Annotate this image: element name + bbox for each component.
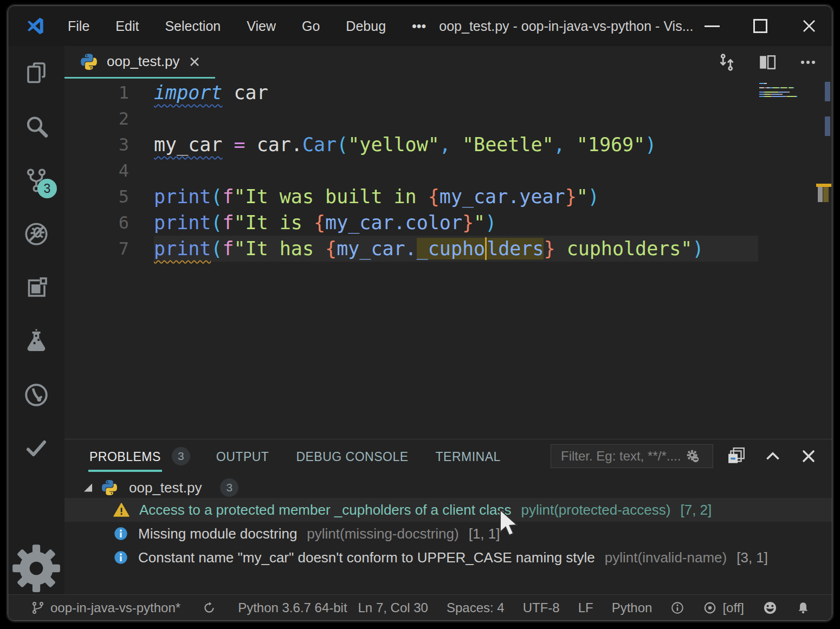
code-token <box>565 134 577 155</box>
screencast-status[interactable]: [off] <box>703 600 744 615</box>
code-token: " <box>577 186 588 207</box>
record-icon <box>703 601 717 615</box>
minimize-button[interactable] <box>705 25 720 27</box>
close-button[interactable] <box>801 18 817 34</box>
tab-close-icon[interactable] <box>188 55 201 68</box>
code-line-2[interactable] <box>154 106 758 132</box>
panel-tabs: PROBLEMS3OUTPUTDEBUG CONSOLETERMINAL <box>88 439 527 473</box>
menu-go[interactable]: Go <box>289 13 333 40</box>
menubar: FileEditSelectionViewGoDebug••• <box>55 13 439 40</box>
info-icon <box>113 550 128 565</box>
code-line-6[interactable]: print(f"It is {my_car.color}") <box>154 210 758 236</box>
notifications-bell[interactable] <box>796 601 810 615</box>
panel-tab-label: OUTPUT <box>215 441 270 472</box>
restore-panel-icon[interactable] <box>727 447 746 465</box>
source-control-icon[interactable]: 3 <box>8 153 64 207</box>
code-line-3[interactable]: my_car = car.Car("yellow", "Beetle", "19… <box>154 132 758 158</box>
info-icon <box>113 526 128 541</box>
minimap-line <box>759 96 797 98</box>
feedback-smiley[interactable] <box>763 600 778 615</box>
git-branch-icon <box>31 601 45 615</box>
git-branch-status[interactable]: oop-in-java-vs-python* <box>31 600 180 615</box>
code-content[interactable]: import carmy_car = car.Car("yellow", "Be… <box>154 79 758 439</box>
tasks-check-icon[interactable] <box>8 422 64 475</box>
extensions-icon[interactable] <box>8 261 64 314</box>
indentation-status[interactable]: Spaces: 4 <box>447 600 505 615</box>
code-editor[interactable]: 1234567 import carmy_car = car.Car("yell… <box>64 79 832 439</box>
problem-row[interactable]: Missing module docstringpylint(missing-d… <box>64 522 832 546</box>
maximize-button[interactable] <box>753 19 767 33</box>
code-token: my_car <box>154 134 222 155</box>
language-status[interactable]: Python <box>612 600 652 615</box>
debug-disabled-icon[interactable] <box>8 207 64 261</box>
code-token <box>245 134 257 155</box>
tab-oop-test-py[interactable]: oop_test.py <box>64 46 215 79</box>
problem-position: [7, 2] <box>680 502 712 518</box>
filter-settings-icon[interactable] <box>684 448 701 464</box>
menu-debug[interactable]: Debug <box>333 13 399 40</box>
info-status[interactable] <box>670 601 684 615</box>
panel-tab-output[interactable]: OUTPUT <box>215 439 270 473</box>
code-line-1[interactable]: import car <box>154 80 758 106</box>
panel-tab-debug-console[interactable]: DEBUG CONSOLE <box>295 439 409 473</box>
titlebar: FileEditSelectionViewGoDebug••• oop_test… <box>8 6 832 46</box>
code-token: ( <box>211 238 222 260</box>
code-line-7[interactable]: print(f"It has {my_car._cupholders} cuph… <box>154 236 758 262</box>
problem-source: pylint(invalid-name) <box>605 549 727 566</box>
minimap[interactable] <box>758 79 832 439</box>
problems-filter[interactable] <box>551 444 713 468</box>
menu-view[interactable]: View <box>234 13 289 40</box>
menu-•••[interactable]: ••• <box>399 13 439 40</box>
bell-icon <box>796 601 810 615</box>
code-token: car. <box>257 134 302 155</box>
sync-status[interactable] <box>202 601 216 615</box>
close-panel-icon[interactable] <box>800 448 817 465</box>
panel-tab-problems[interactable]: PROBLEMS3 <box>88 439 190 473</box>
problem-source: pylint(missing-docstring) <box>307 526 458 542</box>
test-flask-icon[interactable] <box>8 314 64 368</box>
encoding-status[interactable]: UTF-8 <box>523 600 560 615</box>
problem-row[interactable]: Access to a protected member _cupholders… <box>64 498 832 522</box>
more-actions-icon[interactable] <box>798 53 818 72</box>
problem-row[interactable]: Constant name "my_car" doesn't conform t… <box>64 546 832 569</box>
problem-source: pylint(protected-access) <box>521 502 670 518</box>
python-interpreter-status[interactable]: Python 3.6.7 64-bit <box>238 600 347 615</box>
panel-tab-label: PROBLEMS <box>88 441 162 472</box>
maximize-panel-icon[interactable] <box>764 447 782 465</box>
vscode-logo-icon <box>25 16 45 36</box>
menu-file[interactable]: File <box>55 13 102 40</box>
minimap-code <box>759 83 797 98</box>
code-token: { <box>325 238 337 260</box>
code-token: print <box>154 212 211 234</box>
filter-input[interactable] <box>560 448 684 464</box>
search-icon[interactable] <box>8 100 64 153</box>
overview-ruler-cursor-mark <box>818 187 823 202</box>
mouse-cursor <box>499 509 524 537</box>
code-line-4[interactable] <box>154 158 758 184</box>
panel-tab-terminal[interactable]: TERMINAL <box>435 439 502 473</box>
problem-position: [3, 1] <box>736 549 768 566</box>
overview-ruler-mark <box>825 82 830 101</box>
explorer-icon[interactable] <box>8 46 64 100</box>
line-number: 4 <box>64 158 129 184</box>
python-file-icon <box>101 479 118 496</box>
code-token: print <box>154 186 211 207</box>
code-tour-icon[interactable] <box>8 368 64 422</box>
split-editor-icon[interactable] <box>758 53 777 72</box>
twistie-expanded-icon[interactable] <box>84 484 92 492</box>
code-token: } <box>462 212 474 234</box>
menu-edit[interactable]: Edit <box>102 13 152 40</box>
cursor-position-status[interactable]: Ln 7, Col 30 <box>358 600 428 615</box>
code-token: "yellow" <box>348 134 440 155</box>
menu-selection[interactable]: Selection <box>152 13 234 40</box>
code-token: my_car.year <box>440 186 565 207</box>
code-token: , <box>554 134 565 155</box>
code-token: "It is <box>234 212 314 234</box>
toggle-changes-icon[interactable] <box>717 53 736 72</box>
status-bar: oop-in-java-vs-python* Python 3.6.7 64-b… <box>8 594 832 620</box>
code-line-5[interactable]: print(f"It was built in {my_car.year}") <box>154 184 758 210</box>
code-token: ) <box>645 134 656 155</box>
eol-status[interactable]: LF <box>578 600 593 615</box>
settings-gear-icon[interactable] <box>8 542 64 594</box>
problems-file-group[interactable]: oop_test.py 3 <box>64 477 832 498</box>
